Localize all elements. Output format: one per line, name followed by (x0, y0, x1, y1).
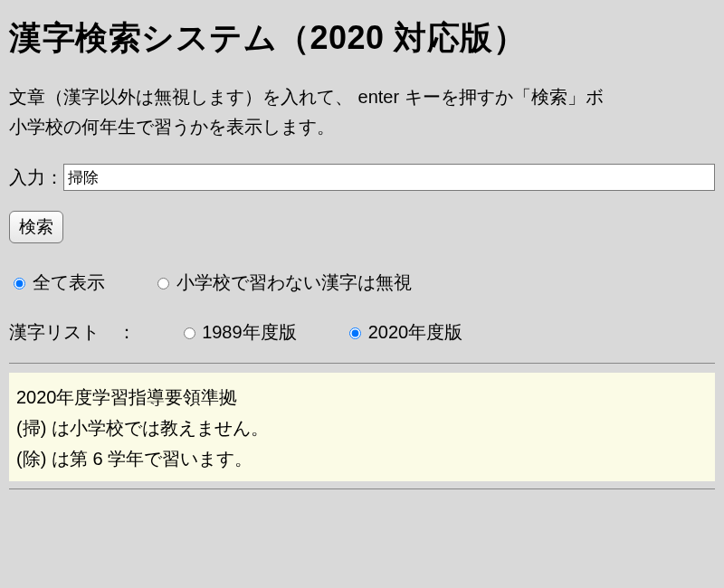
radio-all[interactable] (14, 278, 25, 289)
radio-1989[interactable] (184, 327, 195, 339)
description-line-2: 小学校の何年生で習うかを表示します。 (9, 117, 335, 137)
result-line: (掃) は小学校では教えません。 (16, 413, 708, 443)
description-line-1: 文章（漢字以外は無視します）を入れて、 enter キーを押すか「検索」ボ (9, 87, 604, 107)
radio-1989-text: 1989年度版 (202, 322, 297, 342)
radio-1989-label[interactable]: 1989年度版 (179, 322, 302, 342)
radio-2020[interactable] (349, 327, 361, 339)
list-label: 漢字リスト ： (9, 322, 136, 342)
radio-ignore-label[interactable]: 小学校で習わない漢字は無視 (153, 272, 412, 292)
radio-2020-label[interactable]: 2020年度版 (345, 322, 462, 342)
divider-top (9, 363, 715, 364)
display-filter-group: 全て表示 小学校で習わない漢字は無視 (9, 270, 715, 295)
radio-2020-text: 2020年度版 (368, 322, 463, 342)
search-button[interactable]: 検索 (9, 211, 63, 243)
radio-ignore-text: 小学校で習わない漢字は無視 (176, 272, 412, 292)
button-row: 検索 (9, 211, 715, 243)
result-header: 2020年度学習指導要領準拠 (16, 382, 708, 413)
list-version-group: 漢字リスト ： 1989年度版 2020年度版 (9, 320, 715, 345)
radio-all-label[interactable]: 全て表示 (9, 272, 110, 292)
radio-ignore[interactable] (157, 278, 169, 289)
radio-all-text: 全て表示 (33, 272, 105, 292)
search-input[interactable] (63, 164, 715, 191)
result-box: 2020年度学習指導要領準拠 (掃) は小学校では教えません。 (除) は第 6… (9, 373, 715, 481)
description: 文章（漢字以外は無視します）を入れて、 enter キーを押すか「検索」ボ 小学… (9, 82, 715, 142)
divider-bottom (9, 488, 715, 489)
page-title: 漢字検索システム（2020 対応版） (9, 16, 715, 61)
input-label: 入力： (9, 166, 63, 190)
result-line: (除) は第 6 学年で習います。 (16, 443, 708, 474)
input-row: 入力： (9, 164, 715, 191)
